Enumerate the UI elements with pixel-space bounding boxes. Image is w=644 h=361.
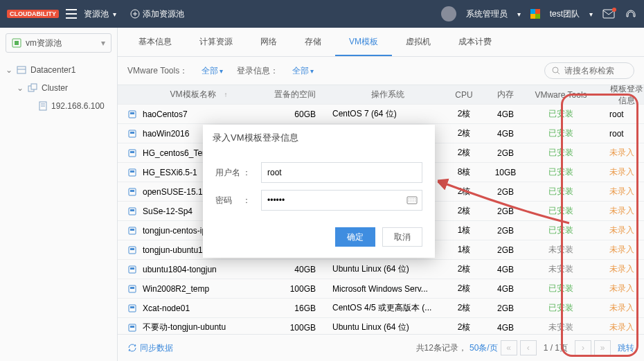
password-input[interactable] xyxy=(267,195,416,205)
keyboard-icon[interactable] xyxy=(406,196,418,204)
login-info-modal: 录入VM模板登录信息 用户名 ： 密码 ： 确定 取消 xyxy=(203,125,435,258)
ok-button[interactable]: 确定 xyxy=(335,227,375,247)
username-input[interactable] xyxy=(267,168,416,177)
modal-title: 录入VM模板登录信息 xyxy=(203,125,435,151)
username-label: 用户名 ： xyxy=(215,167,261,179)
password-label: 密码 ： xyxy=(215,195,261,206)
cancel-button[interactable]: 取消 xyxy=(382,227,422,247)
svg-rect-33 xyxy=(407,197,417,204)
